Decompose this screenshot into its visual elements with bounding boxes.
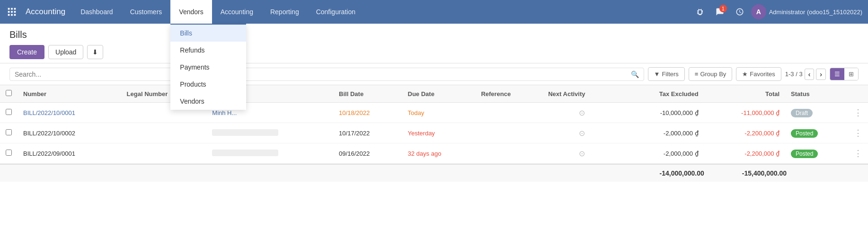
- table-container: Number Legal Number Vendor Bill Date Due…: [0, 85, 868, 164]
- cell-bill-date-1: 10/17/2022: [333, 123, 402, 143]
- svg-rect-3: [8, 11, 10, 13]
- nav-menu: Dashboard Customers Vendors Bills Refund…: [72, 0, 691, 24]
- bill-link-0[interactable]: BILL/2022/10/0001: [23, 109, 75, 116]
- username[interactable]: Administrator (odoo15_15102022): [769, 9, 862, 16]
- cell-reference-1: [475, 123, 542, 143]
- row-more-btn-2[interactable]: ⋮: [854, 148, 862, 159]
- cell-total-0: -11,000,000 ₫: [704, 103, 785, 123]
- bill-number-1: BILL/2022/10/0002: [23, 130, 75, 137]
- toolbar: Create Upload ⬇: [9, 45, 859, 59]
- activity-icon-2[interactable]: ⊙: [579, 150, 585, 158]
- select-all-checkbox[interactable]: [6, 90, 12, 96]
- nav-item-accounting[interactable]: Accounting: [212, 0, 262, 24]
- page-title: Bills: [9, 29, 859, 40]
- dropdown-item-payments[interactable]: Payments: [170, 59, 246, 76]
- vendors-dropdown: Bills Refunds Payments Products Vendors: [170, 24, 246, 110]
- favorites-button[interactable]: ★ Favorites: [736, 67, 781, 81]
- vendor-name-0[interactable]: Minh H...: [212, 109, 237, 116]
- filters-button[interactable]: ▼ Filters: [648, 67, 685, 81]
- search-box: 🔍: [9, 68, 644, 81]
- nav-item-reporting[interactable]: Reporting: [262, 0, 308, 24]
- status-badge-2: Posted: [791, 150, 818, 158]
- table-footer: -14,000,000.00 -15,400,000.00: [0, 164, 868, 182]
- col-bill-date[interactable]: Bill Date: [333, 85, 402, 103]
- col-reference[interactable]: Reference: [475, 85, 542, 103]
- cell-due-date-2: 32 days ago: [402, 143, 476, 164]
- download-button[interactable]: ⬇: [87, 45, 103, 59]
- clock-icon-btn[interactable]: [731, 3, 748, 20]
- col-total[interactable]: Total: [704, 85, 785, 103]
- app-grid-icon[interactable]: [0, 0, 24, 24]
- activity-icon-0[interactable]: ⊙: [579, 109, 585, 117]
- view-toggle: ☰ ⊞: [830, 68, 859, 80]
- col-tax-excluded[interactable]: Tax Excluded: [621, 85, 704, 103]
- next-page-button[interactable]: ›: [816, 69, 826, 80]
- app-brand: Accounting: [24, 7, 72, 17]
- svg-rect-8: [14, 14, 16, 16]
- prev-page-button[interactable]: ‹: [805, 69, 815, 80]
- cell-bill-date-2: 09/16/2022: [333, 143, 402, 164]
- bill-number-2: BILL/2022/09/0001: [23, 150, 75, 157]
- upload-button[interactable]: Upload: [48, 45, 83, 59]
- row-checkbox-0[interactable]: [6, 109, 12, 115]
- nav-item-customers[interactable]: Customers: [122, 0, 171, 24]
- search-input[interactable]: [15, 71, 631, 78]
- activity-icon-1[interactable]: ⊙: [579, 129, 585, 137]
- nav-item-dashboard[interactable]: Dashboard: [72, 0, 122, 24]
- groupby-button[interactable]: ≡ Group By: [689, 67, 733, 81]
- svg-rect-2: [14, 8, 16, 10]
- chat-badge: 1: [719, 5, 727, 12]
- table-row: BILL/2022/10/0002 10/17/2022 Yesterday ⊙…: [0, 123, 868, 143]
- list-view-button[interactable]: ☰: [830, 68, 844, 80]
- dropdown-item-bills[interactable]: Bills: [170, 25, 246, 42]
- cell-next-activity-2: ⊙: [542, 143, 621, 164]
- cell-number-0: BILL/2022/10/0001: [18, 103, 121, 123]
- dropdown-item-refunds[interactable]: Refunds: [170, 42, 246, 59]
- dropdown-item-products[interactable]: Products: [170, 76, 246, 93]
- cell-legal-1: [121, 123, 207, 143]
- kanban-view-button[interactable]: ⊞: [844, 68, 858, 80]
- row-more-btn-1[interactable]: ⋮: [854, 128, 862, 138]
- top-nav: Accounting Dashboard Customers Vendors B…: [0, 0, 868, 24]
- cell-more-0: ⋮: [848, 103, 868, 123]
- pagination: 1-3 / 3 ‹ ›: [785, 69, 826, 80]
- svg-rect-7: [11, 14, 13, 16]
- cell-due-date-1: Yesterday: [402, 123, 476, 143]
- nav-item-vendors[interactable]: Vendors Bills Refunds Payments Products …: [170, 0, 212, 24]
- cell-reference-0: [475, 103, 542, 123]
- vendor-blurred-1: [212, 129, 278, 136]
- svg-rect-5: [14, 11, 16, 13]
- row-checkbox-2[interactable]: [6, 150, 12, 156]
- dropdown-item-vendors[interactable]: Vendors: [170, 93, 246, 110]
- table-header-row: Number Legal Number Vendor Bill Date Due…: [0, 85, 868, 103]
- table-body: BILL/2022/10/0001 Minh H... 10/18/2022 T…: [0, 103, 868, 164]
- cell-status-0: Draft: [785, 103, 848, 123]
- cell-vendor-2: [206, 143, 333, 164]
- chat-icon-btn[interactable]: 1: [711, 3, 728, 20]
- cell-tax-excluded-1: -2,000,000 ₫: [621, 123, 704, 143]
- cell-total-1: -2,200,000 ₫: [704, 123, 785, 143]
- nav-item-configuration[interactable]: Configuration: [308, 0, 364, 24]
- bug-icon-btn[interactable]: [691, 3, 709, 20]
- avatar[interactable]: A: [751, 4, 766, 19]
- create-button[interactable]: Create: [9, 45, 44, 59]
- star-icon: ★: [742, 71, 748, 78]
- cell-total-2: -2,200,000 ₫: [704, 143, 785, 164]
- footer-total: -15,400,000.00: [742, 169, 787, 177]
- svg-rect-6: [8, 14, 10, 16]
- svg-rect-4: [11, 11, 13, 13]
- row-checkbox-1[interactable]: [6, 129, 12, 135]
- page-wrapper: Bills Create Upload ⬇ 🔍 ▼ Filters ≡ Grou…: [0, 24, 868, 239]
- status-badge-1: Posted: [791, 129, 818, 138]
- col-next-activity[interactable]: Next Activity: [542, 85, 621, 103]
- bills-table: Number Legal Number Vendor Bill Date Due…: [0, 85, 868, 164]
- col-due-date[interactable]: Due Date: [402, 85, 476, 103]
- table-row: BILL/2022/09/0001 09/16/2022 32 days ago…: [0, 143, 868, 164]
- row-more-btn-0[interactable]: ⋮: [854, 107, 862, 118]
- cell-vendor-1: [206, 123, 333, 143]
- col-status[interactable]: Status: [785, 85, 848, 103]
- cell-due-date-0: Today: [402, 103, 476, 123]
- vendor-blurred-2: [212, 150, 278, 156]
- footer-tax-excluded: -14,000,000.00: [660, 169, 704, 177]
- col-number[interactable]: Number: [18, 85, 121, 103]
